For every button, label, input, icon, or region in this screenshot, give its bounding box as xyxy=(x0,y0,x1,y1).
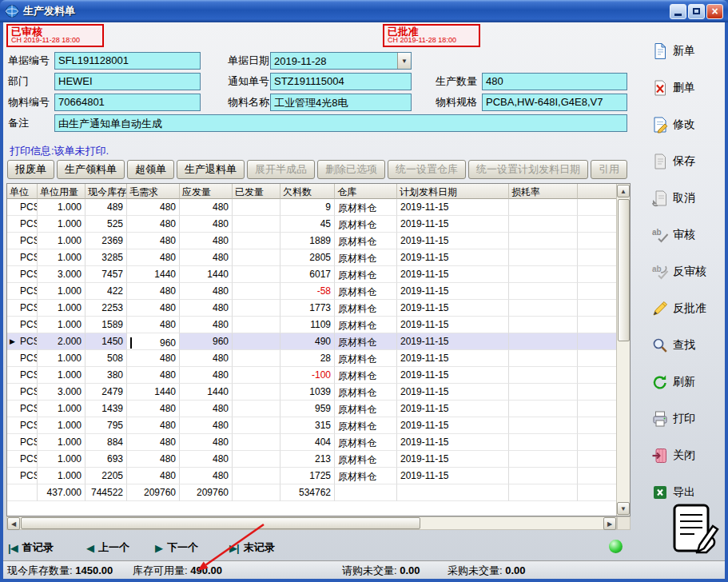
grid-cell[interactable]: 3.000 xyxy=(38,266,86,283)
grid-cell[interactable]: 1039 xyxy=(280,384,335,401)
grid-cell[interactable]: 原材料仓 xyxy=(335,417,397,434)
grid-cell[interactable]: 480 xyxy=(127,233,180,249)
grid-cell[interactable]: PCS xyxy=(7,434,38,451)
grid-cell[interactable]: 原材料仓 xyxy=(335,300,397,317)
doc-date-field[interactable]: 2019-11-28 ▼ xyxy=(270,52,412,70)
grid-cell[interactable]: 7457 xyxy=(86,266,127,283)
sidebar-button-audit[interactable]: ab审核 xyxy=(651,224,695,246)
grid-cell[interactable]: 534762 xyxy=(280,484,335,501)
grid-cell[interactable]: 404 xyxy=(280,434,335,451)
grid-cell[interactable] xyxy=(509,451,578,468)
grid-cell[interactable]: 480 xyxy=(180,300,233,317)
grid-cell[interactable] xyxy=(509,333,578,350)
grid-cell[interactable]: 209760 xyxy=(180,484,233,501)
grid-cell[interactable]: 480 xyxy=(127,350,180,367)
grid-cell[interactable] xyxy=(509,300,578,317)
maximize-button[interactable] xyxy=(688,4,705,19)
grid-cell[interactable] xyxy=(509,484,578,501)
grid-cell[interactable] xyxy=(233,216,280,233)
grid-cell[interactable] xyxy=(233,300,280,317)
grid-cell[interactable] xyxy=(509,249,578,266)
grid-cell[interactable]: 1440 xyxy=(180,384,233,401)
grid-cell[interactable]: 2253 xyxy=(86,300,127,317)
grid-cell[interactable] xyxy=(509,216,578,233)
sidebar-button-delete[interactable]: 删单 xyxy=(651,77,695,99)
grid-cell[interactable]: 2019-11-15 xyxy=(397,417,509,434)
grid-cell[interactable]: 480 xyxy=(180,451,233,468)
grid-cell[interactable]: PCS xyxy=(7,367,38,384)
grid-cell[interactable]: 795 xyxy=(86,417,127,434)
grid-cell[interactable]: 1.000 xyxy=(38,233,86,249)
grid-cell[interactable]: 209760 xyxy=(127,484,180,501)
grid-cell[interactable] xyxy=(233,317,280,333)
sidebar-button-unaudit[interactable]: ab反审核 xyxy=(651,261,706,283)
editing-cell-value[interactable]: 960 xyxy=(160,337,176,349)
grid-cell[interactable]: 380 xyxy=(86,367,127,384)
grid-cell[interactable]: 2019-11-15 xyxy=(397,384,509,401)
grid-cell[interactable]: 9 xyxy=(280,199,335,216)
sidebar-button-print[interactable]: 打印 xyxy=(651,408,695,430)
grid-cell[interactable]: 437.000 xyxy=(38,484,86,501)
grid-cell[interactable]: 原材料仓 xyxy=(335,451,397,468)
grid-row[interactable]: PCS1.000422480480-58原材料仓2019-11-15 xyxy=(7,283,616,300)
grid-cell[interactable]: 1.000 xyxy=(38,249,86,266)
grid-cell[interactable]: 2.000 xyxy=(38,333,86,350)
grid-vscrollbar[interactable]: ▲ ▼ xyxy=(616,184,630,516)
grid-cell[interactable]: 原材料仓 xyxy=(335,333,397,350)
column-header[interactable]: 应发量 xyxy=(180,184,233,199)
grid-cell[interactable]: PCS xyxy=(7,283,38,300)
grid-cell[interactable]: 2805 xyxy=(280,249,335,266)
sidebar-button-find[interactable]: 查找 xyxy=(651,334,695,357)
grid-cell[interactable] xyxy=(233,249,280,266)
grid-cell[interactable] xyxy=(509,233,578,249)
grid-cell[interactable]: 422 xyxy=(86,283,127,300)
grid-cell[interactable]: 1109 xyxy=(280,317,335,333)
grid-cell[interactable] xyxy=(233,384,280,401)
grid-row[interactable]: PCS1.00022054804801725原材料仓2019-11-15 xyxy=(7,468,616,484)
remark-field[interactable]: 由生产通知单自动生成 xyxy=(54,114,627,132)
hscroll-thumb[interactable] xyxy=(21,517,420,529)
department-field[interactable]: HEWEI xyxy=(54,73,201,90)
grid-cell[interactable] xyxy=(233,484,280,501)
grid-cell[interactable]: 2019-11-15 xyxy=(397,199,509,216)
grid-cell[interactable]: 213 xyxy=(280,451,335,468)
grid-cell[interactable]: 1.000 xyxy=(38,451,86,468)
sidebar-button-unapprove[interactable]: 反批准 xyxy=(651,297,706,320)
grid-cell[interactable]: 480 xyxy=(127,401,180,417)
grid-cell[interactable] xyxy=(233,468,280,484)
column-header[interactable]: 单位 xyxy=(7,184,38,199)
grid-cell[interactable]: 480 xyxy=(180,367,233,384)
grid-cell[interactable] xyxy=(233,350,280,367)
grid-cell[interactable]: 1440 xyxy=(127,384,180,401)
grid-cell[interactable]: 原材料仓 xyxy=(335,266,397,283)
grid-row[interactable]: PCS1.000884480480404原材料仓2019-11-15 xyxy=(7,434,616,451)
grid-cell[interactable] xyxy=(509,283,578,300)
grid-cell[interactable]: 480 xyxy=(127,216,180,233)
grid-row[interactable]: PCS1.00050848048028原材料仓2019-11-15 xyxy=(7,350,616,367)
sidebar-button-cancel[interactable]: 取消 xyxy=(651,187,695,209)
vscroll-thumb[interactable] xyxy=(618,199,630,341)
grid-cell[interactable]: 480 xyxy=(127,451,180,468)
grid-cell[interactable]: 原材料仓 xyxy=(335,249,397,266)
minimize-button[interactable] xyxy=(670,4,686,19)
grid-cell[interactable]: 884 xyxy=(86,434,127,451)
grid-cell[interactable]: 2019-11-15 xyxy=(397,333,509,350)
grid-cell[interactable] xyxy=(233,367,280,384)
grid-cell[interactable]: 原材料仓 xyxy=(335,216,397,233)
grid-row[interactable]: PCS1.0001439480480959原材料仓2019-11-15 xyxy=(7,401,616,417)
grid-cell[interactable]: 2019-11-15 xyxy=(397,317,509,333)
scroll-left-icon[interactable]: ◀ xyxy=(7,517,20,530)
dropdown-arrow-icon[interactable]: ▼ xyxy=(397,53,411,69)
grid-cell[interactable]: 480 xyxy=(180,317,233,333)
grid-cell[interactable]: PCS xyxy=(7,300,38,317)
nav-next-record-button[interactable]: ▶下一个 xyxy=(155,538,198,557)
toolbar-scrap-button[interactable]: 报废单 xyxy=(7,160,54,179)
column-header[interactable]: 计划发料日期 xyxy=(397,184,509,199)
grid-cell[interactable] xyxy=(509,384,578,401)
grid-cell[interactable]: 480 xyxy=(180,233,233,249)
grid-cell[interactable]: PCS xyxy=(7,417,38,434)
grid-cell[interactable]: -58 xyxy=(280,283,335,300)
grid-cell[interactable]: PCS xyxy=(7,233,38,249)
toolbar-return-button[interactable]: 生产退料单 xyxy=(177,160,245,179)
doc-no-field[interactable]: SFL191128001 xyxy=(54,52,201,70)
